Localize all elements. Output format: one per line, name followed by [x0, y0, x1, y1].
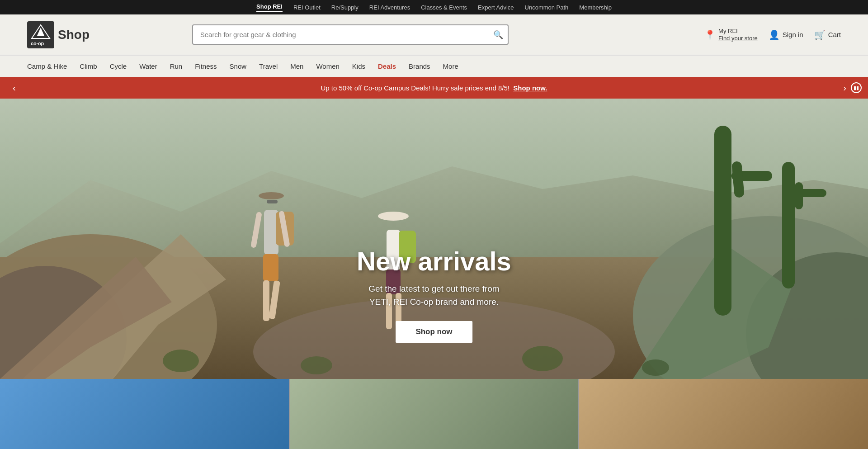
promo-banner: ‹ Up to 50% off Co-op Campus Deals! Hurr…: [0, 77, 868, 99]
main-nav-item-climb[interactable]: Climb: [80, 61, 97, 72]
chevron-right-icon: ›: [843, 83, 846, 93]
main-nav-item-kids[interactable]: Kids: [352, 61, 365, 72]
svg-point-22: [301, 356, 332, 374]
main-nav-item-brands[interactable]: Brands: [409, 61, 430, 72]
hero-content: New arrivals Get the latest to get out t…: [357, 246, 511, 343]
store-finder[interactable]: 📍 My REI Find your store: [704, 28, 758, 42]
search-bar-container: 🔍: [192, 24, 509, 45]
chevron-left-icon: ‹: [13, 83, 16, 93]
svg-point-24: [642, 359, 669, 376]
main-nav-item-deals[interactable]: Deals: [378, 61, 396, 72]
user-icon: 👤: [769, 29, 780, 40]
top-nav-item-resupply[interactable]: Re/Supply: [331, 4, 359, 11]
svg-rect-18: [782, 162, 795, 288]
rei-logo-icon: co·op: [27, 21, 54, 48]
promo-link[interactable]: Shop now.: [513, 84, 547, 92]
promo-banner-text: Up to 50% off Co-op Campus Deals! Hurry …: [321, 84, 547, 92]
myrei-label: My REI: [718, 28, 758, 35]
banner-prev-button[interactable]: ‹: [9, 81, 19, 95]
svg-rect-34: [267, 200, 278, 203]
main-nav-item-men[interactable]: Men: [290, 61, 303, 72]
hero-shop-now-button[interactable]: Shop now: [396, 321, 472, 343]
svg-point-35: [378, 212, 409, 221]
cart-label: Cart: [828, 31, 841, 38]
search-input[interactable]: [192, 24, 509, 45]
shop-label: Shop: [58, 28, 90, 42]
top-nav-item-rei-adventures[interactable]: REI Adventures: [369, 4, 410, 11]
svg-point-23: [522, 346, 563, 371]
main-navigation: Camp & HikeClimbCycleWaterRunFitnessSnow…: [0, 55, 868, 77]
logo-area[interactable]: co·op Shop: [27, 21, 90, 48]
svg-rect-29: [263, 254, 278, 281]
main-nav-item-women[interactable]: Women: [316, 61, 339, 72]
cart-icon: 🛒: [814, 29, 826, 40]
main-nav-item-water[interactable]: Water: [139, 61, 157, 72]
thumbnail-2[interactable]: [290, 379, 580, 449]
location-pin-icon: 📍: [704, 29, 716, 40]
top-nav-item-shop-rei[interactable]: Shop REI: [256, 3, 283, 12]
main-nav-item-snow[interactable]: Snow: [230, 61, 247, 72]
store-finder-text: My REI Find your store: [718, 28, 758, 42]
main-nav-item-more[interactable]: More: [443, 61, 458, 72]
banner-next-button[interactable]: ›: [840, 81, 850, 95]
main-nav-item-fitness[interactable]: Fitness: [195, 61, 217, 72]
svg-text:co·op: co·op: [31, 41, 44, 46]
search-icon: 🔍: [493, 30, 503, 39]
svg-rect-15: [714, 126, 731, 316]
svg-point-25: [259, 192, 284, 199]
svg-rect-20: [795, 182, 803, 209]
site-header: co·op Shop 🔍 📍 My REI Find your store 👤 …: [0, 14, 868, 55]
product-thumbnails: [0, 379, 868, 449]
header-actions: 📍 My REI Find your store 👤 Sign in 🛒 Car…: [704, 28, 841, 42]
top-nav-item-rei-outlet[interactable]: REI Outlet: [293, 4, 321, 11]
sign-in-button[interactable]: 👤 Sign in: [769, 29, 803, 40]
top-nav-item-membership[interactable]: Membership: [579, 4, 612, 11]
main-nav-item-cycle[interactable]: Cycle: [110, 61, 127, 72]
top-nav-item-uncommon-path[interactable]: Uncommon Path: [525, 4, 569, 11]
thumbnail-1[interactable]: [0, 379, 290, 449]
find-store-label[interactable]: Find your store: [718, 35, 758, 42]
svg-point-21: [163, 350, 199, 372]
top-nav-item-classes-events[interactable]: Classes & Events: [421, 4, 467, 11]
main-nav-item-run[interactable]: Run: [170, 61, 183, 72]
thumbnail-3[interactable]: [579, 379, 868, 449]
hero-title: New arrivals: [357, 246, 511, 276]
pause-icon: ▮▮: [854, 85, 859, 91]
hero-section: New arrivals Get the latest to get out t…: [0, 99, 868, 379]
hero-subtitle: Get the latest to get out there fromYETI…: [357, 283, 511, 308]
main-nav-item-camp-hike[interactable]: Camp & Hike: [27, 61, 67, 72]
promo-text: Up to 50% off Co-op Campus Deals! Hurry …: [321, 84, 509, 92]
top-nav-item-expert-advice[interactable]: Expert Advice: [478, 4, 514, 11]
sign-in-label: Sign in: [783, 31, 803, 38]
banner-pause-button[interactable]: ▮▮: [851, 82, 862, 93]
search-button[interactable]: 🔍: [493, 30, 503, 40]
main-nav-item-travel[interactable]: Travel: [259, 61, 278, 72]
svg-rect-30: [263, 280, 269, 321]
cart-button[interactable]: 🛒 Cart: [814, 29, 841, 40]
top-navigation: Shop REIREI OutletRe/SupplyREI Adventure…: [0, 0, 868, 14]
